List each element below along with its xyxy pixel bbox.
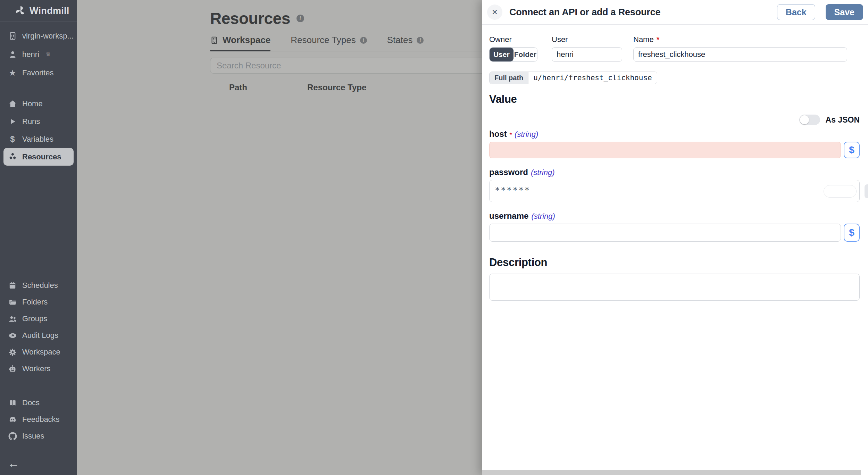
nav-label: Runs [22, 117, 40, 126]
sidebar-item-audit-logs[interactable]: Audit Logs [3, 327, 74, 344]
owner-option-user[interactable]: User [490, 48, 514, 61]
sidebar-item-issues[interactable]: Issues [3, 428, 74, 444]
brand-row[interactable]: Windmill [0, 0, 77, 22]
description-field[interactable] [489, 274, 860, 301]
cubes-icon [8, 152, 17, 161]
name-field[interactable] [633, 47, 847, 62]
eye-icon [8, 331, 17, 340]
host-field[interactable] [489, 142, 841, 158]
sidebar-item-runs[interactable]: Runs [3, 112, 74, 130]
as-json-label: As JSON [826, 115, 860, 125]
home-icon [8, 99, 17, 108]
user-field-label: User [552, 35, 622, 44]
drawer-title: Connect an API or add a Resource [509, 7, 770, 18]
sidebar-item-variables[interactable]: $ Variables [3, 130, 74, 148]
resource-drawer: × Connect an API or add a Resource Back … [482, 0, 868, 475]
required-asterisk: * [657, 35, 660, 44]
password-masked-value: ****** [495, 185, 530, 195]
owner-toggle-group: User Folder [489, 47, 537, 62]
info-icon[interactable]: i [297, 15, 304, 22]
users-group-icon [8, 315, 17, 323]
nav-label: Workspace [22, 348, 60, 357]
tab-states[interactable]: States i [387, 35, 424, 51]
show-password-button[interactable]: sh [865, 184, 868, 198]
sidebar-item-resources[interactable]: Resources [3, 148, 74, 166]
back-button[interactable]: Back [777, 4, 815, 20]
username-type-hint: (string) [531, 212, 555, 221]
sidebar-item-favorites[interactable]: ★ Favorites [3, 64, 74, 82]
nav-label: Home [22, 99, 43, 108]
sidebar-item-feedbacks[interactable]: Feedbacks [3, 411, 74, 428]
windmill-logo-icon [15, 6, 26, 16]
info-icon[interactable]: i [360, 37, 367, 44]
github-icon [8, 432, 17, 441]
scrollbar-corner [861, 470, 868, 475]
workspace-name: virgin-worksp... [22, 32, 74, 41]
username: henri [22, 50, 39, 59]
sidebar-item-home[interactable]: Home [3, 95, 74, 112]
tab-label: States [387, 35, 413, 45]
password-field-label: password [489, 167, 528, 177]
info-icon[interactable]: i [417, 37, 424, 44]
nav-label: Folders [22, 298, 48, 307]
sidebar-spacer [0, 166, 77, 277]
nav-label: Groups [22, 314, 47, 323]
collapse-sidebar-icon[interactable]: ← [8, 457, 19, 469]
table-header-resource-type: Resource Type [307, 83, 366, 92]
sidebar-item-docs[interactable]: Docs [3, 394, 74, 411]
nav-label: Resources [22, 152, 61, 161]
host-field-label: host [489, 129, 507, 139]
description-heading: Description [489, 256, 860, 269]
value-heading: Value [489, 93, 860, 106]
horizontal-scrollbar[interactable] [482, 470, 861, 475]
required-asterisk: * [510, 132, 512, 138]
nav-label: Workers [22, 364, 51, 373]
crown-icon: ♕ [45, 51, 51, 58]
tab-label: Resource Types [291, 35, 356, 45]
building-icon [210, 36, 218, 44]
nav-label: Variables [22, 135, 53, 144]
owner-option-folder[interactable]: Folder [514, 48, 537, 61]
sidebar-item-workspace-settings[interactable]: Workspace [3, 344, 74, 360]
password-show-toggle[interactable] [824, 185, 857, 198]
nav-label: Feedbacks [22, 415, 60, 424]
as-json-toggle[interactable] [799, 115, 820, 125]
close-icon[interactable]: × [487, 5, 502, 20]
user-field[interactable] [552, 47, 622, 62]
star-icon: ★ [8, 69, 17, 77]
tab-workspace[interactable]: Workspace [210, 35, 270, 51]
nav-label: Issues [22, 432, 44, 441]
sidebar-item-groups[interactable]: Groups [3, 310, 74, 327]
calendar-icon [8, 281, 17, 290]
sidebar-divider [0, 87, 77, 87]
tab-resource-types[interactable]: Resource Types i [291, 35, 367, 51]
sidebar-item-schedules[interactable]: Schedules [3, 277, 74, 294]
nav-label: Docs [22, 398, 40, 407]
book-icon [8, 399, 17, 407]
sidebar-item-user-menu[interactable]: henri ♕ [3, 45, 74, 64]
sidebar: Windmill virgin-worksp... [0, 0, 77, 475]
user-icon [8, 50, 17, 59]
sidebar-collapse-row: ← [0, 451, 77, 475]
sidebar-item-workspace-picker[interactable]: virgin-worksp... [3, 27, 74, 45]
favorites-label: Favorites [22, 68, 53, 77]
username-field-label: username [489, 211, 528, 221]
nav-label: Schedules [22, 281, 58, 290]
username-field[interactable] [489, 224, 841, 242]
password-field[interactable]: ****** sh [489, 180, 860, 202]
play-icon [8, 117, 17, 126]
brand-name: Windmill [30, 6, 69, 16]
host-type-hint: (string) [515, 130, 538, 139]
save-button[interactable]: Save [826, 4, 863, 20]
sidebar-item-folders[interactable]: Folders [3, 294, 74, 310]
insert-variable-button[interactable]: $ [844, 142, 860, 158]
gear-icon [8, 348, 17, 357]
sidebar-item-workers[interactable]: Workers [3, 360, 74, 377]
drawer-body: Owner User Folder User Name * Full path [482, 25, 868, 475]
insert-variable-button[interactable]: $ [844, 224, 860, 242]
discord-icon [8, 415, 17, 424]
robot-icon [8, 365, 17, 373]
page-title: Resources [210, 9, 290, 28]
password-type-hint: (string) [531, 168, 554, 177]
table-header-path: Path [229, 83, 307, 92]
